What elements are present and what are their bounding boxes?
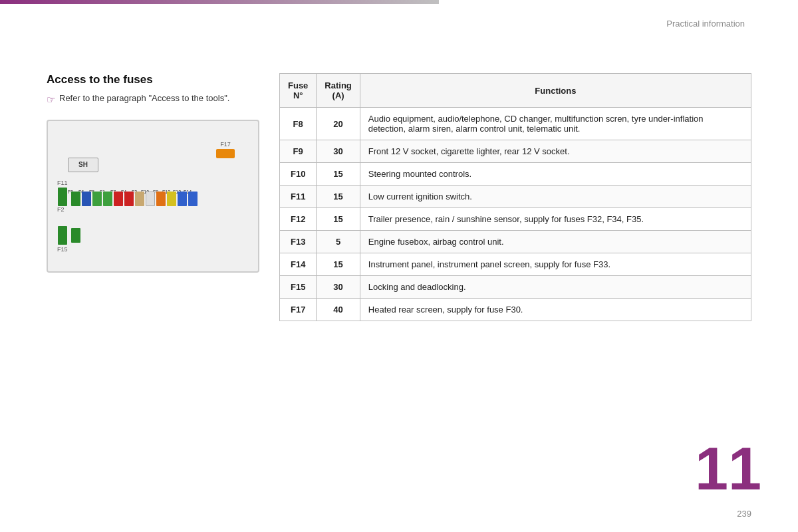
fuse-bottom-row — [58, 226, 80, 245]
f11-label: F11 — [57, 180, 68, 186]
sh-box: SH — [68, 158, 98, 172]
cell-function: Front 12 V socket, cigarette lighter, re… — [360, 140, 751, 163]
fuse-f7-block — [114, 192, 123, 206]
bullet-icon: ☞ — [47, 93, 55, 106]
cell-fuse: F10 — [280, 163, 317, 186]
fuse-f12-block — [178, 192, 187, 206]
fuse-table-container: FuseN° Rating(A) Functions F8 20 Audio e… — [279, 73, 751, 321]
table-row: F12 15 Trailer presence, rain / sunshine… — [280, 208, 751, 231]
col-rating: Rating(A) — [317, 74, 360, 108]
table-row: F10 15 Steering mounted controls. — [280, 163, 751, 186]
cell-rating: 40 — [317, 299, 360, 321]
f17-label: F17 — [216, 141, 235, 148]
f15-label: F15 — [57, 246, 68, 253]
cell-function: Low current ignition switch. — [360, 186, 751, 208]
table-row: F13 5 Engine fusebox, airbag control uni… — [280, 231, 751, 253]
refer-paragraph: ☞ Refer to the paragraph "Access to the … — [47, 93, 259, 106]
cell-function: Locking and deadlocking. — [360, 276, 751, 299]
table-row: F8 20 Audio equipment, audio/telephone, … — [280, 108, 751, 140]
cell-function: Steering mounted controls. — [360, 163, 751, 186]
cell-rating: 15 — [317, 186, 360, 208]
cell-rating: 5 — [317, 231, 360, 253]
cell-function: Audio equipment, audio/telephone, CD cha… — [360, 108, 751, 140]
fuse-table: FuseN° Rating(A) Functions F8 20 Audio e… — [279, 73, 751, 321]
cell-fuse: F14 — [280, 253, 317, 276]
cell-rating: 15 — [317, 253, 360, 276]
fuse-f3-block — [135, 192, 144, 206]
section-title: Practical information — [666, 19, 745, 29]
col-functions: Functions — [360, 74, 751, 108]
fuse-blocks-main — [58, 188, 198, 206]
fuse-f10-block — [146, 192, 155, 206]
table-row: F11 15 Low current ignition switch. — [280, 186, 751, 208]
cell-function: Heated rear screen, supply for fuse F30. — [360, 299, 751, 321]
fuse-f8-block — [156, 192, 166, 206]
fuse-f14-block — [188, 192, 198, 206]
cell-fuse: F17 — [280, 299, 317, 321]
fuse-f5-block — [92, 192, 102, 206]
chapter-number: 11 — [695, 439, 761, 499]
cell-fuse: F8 — [280, 108, 317, 140]
fuse-f2-block — [58, 226, 67, 245]
table-row: F17 40 Heated rear screen, supply for fu… — [280, 299, 751, 321]
cell-fuse: F15 — [280, 276, 317, 299]
cell-fuse: F13 — [280, 231, 317, 253]
fuse-f6-block — [82, 192, 91, 206]
cell-function: Engine fusebox, airbag control unit. — [360, 231, 751, 253]
fuse-f17-block — [216, 149, 235, 158]
table-header-row: FuseN° Rating(A) Functions — [280, 74, 751, 108]
cell-rating: 15 — [317, 208, 360, 231]
fuse-row-top: SH — [68, 158, 98, 172]
fuse-diagram: SH F17 F11 F9 F6 F5 F1 F7 F4 F3 F10 F8 F… — [47, 120, 259, 273]
f2-label: F2 — [57, 206, 65, 213]
col-fuse: FuseN° — [280, 74, 317, 108]
cell-function: Instrument panel, instrument panel scree… — [360, 253, 751, 276]
fuse-f11-block — [58, 188, 67, 206]
cell-rating: 15 — [317, 163, 360, 186]
fuse-f1-block — [103, 192, 112, 206]
refer-text-content: Refer to the paragraph "Access to the to… — [59, 93, 229, 103]
cell-rating: 30 — [317, 276, 360, 299]
accent-bar — [0, 0, 439, 4]
page-heading: Access to the fuses — [47, 73, 259, 86]
fuse-bottom1 — [71, 228, 80, 243]
cell-rating: 20 — [317, 108, 360, 140]
fuse-f13-block — [167, 192, 176, 206]
page-number: 239 — [737, 509, 751, 519]
fuse-f9-block — [71, 192, 80, 206]
fuse-f17-area: F17 — [216, 141, 235, 158]
cell-fuse: F11 — [280, 186, 317, 208]
cell-rating: 30 — [317, 140, 360, 163]
table-row: F14 15 Instrument panel, instrument pane… — [280, 253, 751, 276]
left-column: Access to the fuses ☞ Refer to the parag… — [47, 73, 259, 273]
cell-fuse: F9 — [280, 140, 317, 163]
cell-function: Trailer presence, rain / sunshine sensor… — [360, 208, 751, 231]
table-row: F9 30 Front 12 V socket, cigarette light… — [280, 140, 751, 163]
cell-fuse: F12 — [280, 208, 317, 231]
fuse-f11-item — [58, 188, 67, 206]
table-row: F15 30 Locking and deadlocking. — [280, 276, 751, 299]
fuse-f4-block — [124, 192, 134, 206]
